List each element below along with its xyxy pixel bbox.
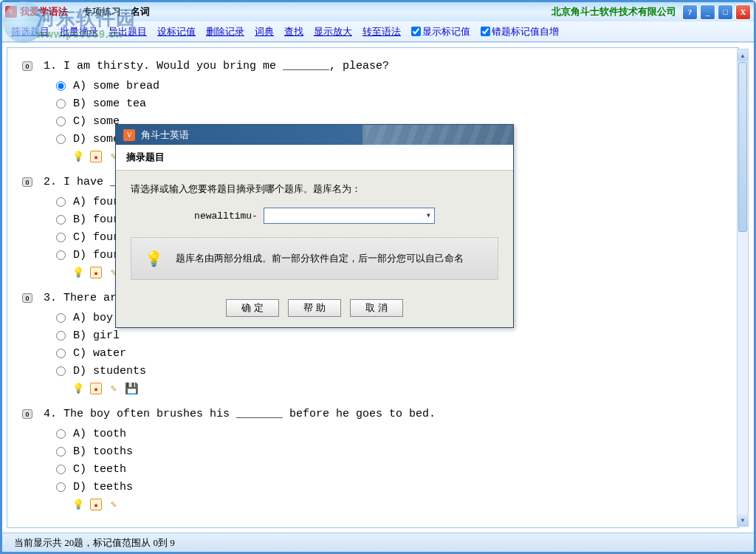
- vertical-scrollbar[interactable]: ▲ ▼: [737, 49, 749, 527]
- radio-option[interactable]: [56, 134, 66, 144]
- answer-option[interactable]: B) girl: [56, 326, 731, 344]
- modal-app-icon: V: [123, 129, 135, 141]
- modal-titlebar[interactable]: V 角斗士英语: [116, 125, 513, 145]
- modal-info-text: 题库名由两部分组成。前一部分软件自定，后一部分您可以自己命名: [176, 252, 464, 265]
- radio-option[interactable]: [56, 447, 66, 456]
- hint-icon[interactable]: 💡: [72, 499, 84, 510]
- toolbar-link-zoom[interactable]: 显示放大: [314, 25, 352, 38]
- answer-option[interactable]: D) teeths: [56, 478, 731, 496]
- option-text: C) some: [73, 115, 120, 128]
- radio-option[interactable]: [56, 331, 66, 341]
- window-buttons: ? _ □ X: [682, 4, 751, 20]
- answer-option[interactable]: A) tooth: [56, 425, 731, 442]
- bookmark-icon[interactable]: ★: [90, 151, 102, 163]
- hint-icon[interactable]: 💡: [72, 267, 84, 278]
- bookmark-icon[interactable]: ★: [90, 267, 102, 278]
- app-title: 我爱学语法: [20, 5, 68, 18]
- save-icon[interactable]: 💾: [126, 383, 137, 394]
- option-text: D) teeths: [73, 481, 133, 493]
- radio-option[interactable]: [56, 366, 66, 376]
- scroll-down-arrow[interactable]: ▼: [738, 514, 748, 526]
- radio-option[interactable]: [56, 465, 66, 474]
- hint-icon[interactable]: 💡: [72, 383, 84, 394]
- modal-title: 角斗士英语: [141, 129, 189, 142]
- lightbulb-icon: 💡: [143, 248, 164, 269]
- answer-option[interactable]: C) water: [56, 344, 731, 362]
- toolbar-link-dict[interactable]: 词典: [255, 25, 274, 38]
- toolbar-link-grammar[interactable]: 转至语法: [362, 25, 401, 38]
- toolbar-link-delete[interactable]: 删除记录: [206, 25, 244, 38]
- question-text: 2. I have _: [37, 176, 117, 188]
- checkbox-auto-inc[interactable]: 错题标记值自增: [481, 25, 559, 38]
- toolbar: 筛选题目 批量摘录 导出题目 设标记值 删除记录 词典 查找 显示放大 转至语法…: [2, 21, 754, 42]
- bookmark-icon[interactable]: ★: [90, 499, 102, 510]
- radio-option[interactable]: [56, 197, 66, 207]
- mark-badge[interactable]: 0: [22, 293, 32, 303]
- answer-option[interactable]: B) tooths: [56, 442, 731, 460]
- toolbar-link-export[interactable]: 导出题目: [109, 25, 147, 38]
- option-text: C) four: [73, 231, 120, 244]
- question-action-icons: 💡★✎💾: [72, 383, 731, 394]
- option-text: C) teeth: [73, 463, 126, 476]
- modal-buttons: 确定 帮助 取消: [116, 292, 513, 327]
- subtitle: 专项练习：名词: [83, 5, 150, 18]
- radio-option[interactable]: [56, 349, 66, 358]
- scroll-up-arrow[interactable]: ▲: [738, 49, 748, 61]
- option-text: A) tooth: [73, 428, 126, 440]
- help-button[interactable]: 帮助: [288, 299, 341, 317]
- toolbar-link-filter[interactable]: 筛选题目: [11, 25, 49, 38]
- question-text: 4. The boy often brushes his _______ bef…: [37, 408, 436, 420]
- question-text: 1. I am thirsty. Would you bring me ____…: [37, 60, 389, 72]
- radio-option[interactable]: [56, 429, 66, 439]
- close-button[interactable]: X: [735, 4, 751, 20]
- ok-button[interactable]: 确定: [226, 299, 279, 317]
- scroll-thumb[interactable]: [738, 62, 747, 232]
- help-button[interactable]: ?: [682, 4, 698, 20]
- hint-icon[interactable]: 💡: [72, 151, 84, 163]
- bookmark-icon[interactable]: ★: [90, 383, 102, 394]
- question-action-icons: 💡★✎: [72, 499, 731, 510]
- answer-option[interactable]: D) students: [56, 362, 731, 380]
- radio-option[interactable]: [56, 215, 66, 225]
- answer-option[interactable]: A) some bread: [56, 77, 731, 95]
- mark-badge[interactable]: 0: [22, 409, 32, 419]
- radio-option[interactable]: [56, 81, 66, 91]
- option-text: B) tooths: [73, 445, 133, 458]
- option-text: D) four: [73, 249, 120, 261]
- statusbar: 当前显示共 20题，标记值范围从 0到 9: [2, 533, 754, 552]
- titlebar: V 我爱学语法 专项练习：名词 北京角斗士软件技术有限公司 ? _ □ X: [2, 2, 754, 21]
- option-text: D) some: [73, 133, 120, 146]
- radio-option[interactable]: [56, 313, 66, 323]
- answer-option[interactable]: C) teeth: [56, 460, 731, 478]
- mark-badge[interactable]: 0: [22, 61, 32, 71]
- modal-dialog: V 角斗士英语 摘录题目 请选择或输入您要将题目摘录到哪个题库。题库名为： ne…: [115, 124, 514, 328]
- mark-badge[interactable]: 0: [22, 177, 32, 187]
- question-block: 0 4. The boy often brushes his _______ b…: [22, 408, 731, 510]
- radio-option[interactable]: [56, 482, 66, 492]
- cancel-button[interactable]: 取消: [350, 299, 403, 317]
- question-text: 3. There ar: [37, 292, 117, 304]
- edit-icon[interactable]: ✎: [108, 499, 120, 510]
- option-text: C) water: [73, 347, 126, 360]
- app-icon: V: [5, 6, 17, 18]
- checkbox-show-mark[interactable]: 显示标记值: [411, 25, 470, 38]
- maximize-button[interactable]: □: [718, 4, 733, 20]
- radio-option[interactable]: [56, 233, 66, 242]
- toolbar-link-find[interactable]: 查找: [284, 25, 303, 38]
- radio-option[interactable]: [56, 117, 66, 126]
- toolbar-link-batch[interactable]: 批量摘录: [60, 25, 98, 38]
- option-text: A) boy: [73, 312, 113, 324]
- option-text: B) girl: [73, 329, 120, 342]
- edit-icon[interactable]: ✎: [108, 383, 120, 394]
- option-text: B) some tea: [73, 98, 146, 110]
- minimize-button[interactable]: _: [700, 4, 715, 20]
- answer-option[interactable]: B) some tea: [56, 95, 731, 112]
- combo-label: newalltimu-: [194, 211, 258, 222]
- dbname-combobox[interactable]: [264, 208, 435, 224]
- status-text: 当前显示共 20题，标记值范围从 0到 9: [14, 536, 175, 550]
- option-text: A) some bread: [73, 80, 159, 92]
- radio-option[interactable]: [56, 250, 66, 260]
- toolbar-link-setmark[interactable]: 设标记值: [157, 25, 196, 38]
- option-text: B) four: [73, 213, 120, 226]
- radio-option[interactable]: [56, 99, 66, 109]
